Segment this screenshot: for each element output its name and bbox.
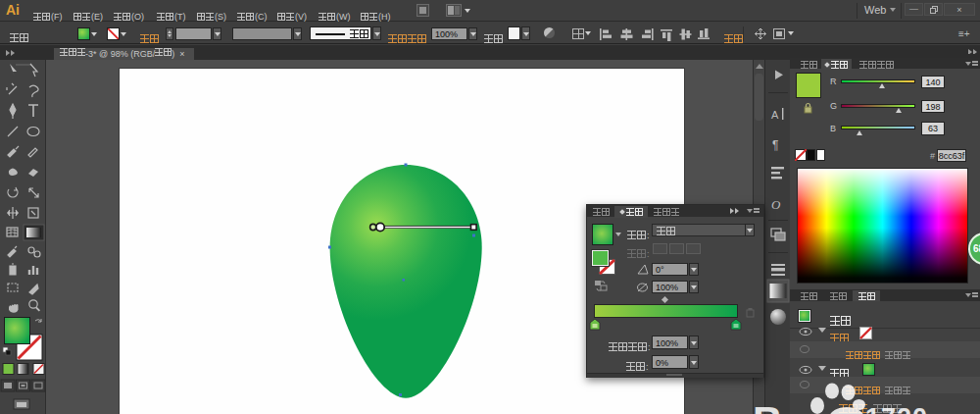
svg-text:O: O: [771, 197, 781, 212]
svg-text:A: A: [771, 109, 779, 121]
svg-text:¶: ¶: [772, 138, 778, 152]
